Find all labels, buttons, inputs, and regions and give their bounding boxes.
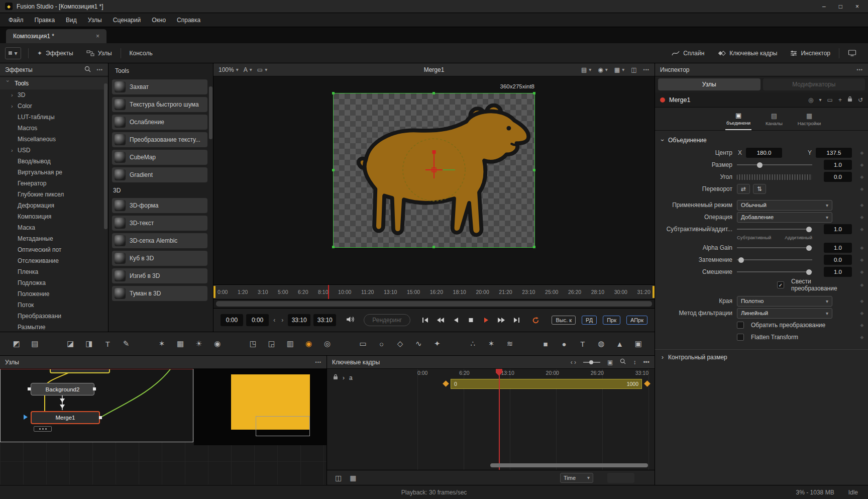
effects-category[interactable]: Ввод/вывод [0,156,108,167]
clipped-node[interactable] [50,369,110,373]
center-x-field[interactable]: 180.0 [746,148,782,158]
effects-category[interactable]: ›Color [0,101,108,112]
subtractive-field[interactable]: 1.0 [824,224,852,234]
fast-reverse-button[interactable] [435,314,447,327]
keyframe-indicator[interactable]: ◆ [856,186,868,191]
blend-slider[interactable] [737,271,812,272]
node-navigator[interactable]: Background2 Merge1 [0,369,193,442]
keyframe-indicator[interactable]: ◆ [856,269,868,274]
effects-category[interactable]: Положение [0,288,108,300]
timeline-scrollbar[interactable] [213,300,655,309]
effects-category[interactable]: ›3D [0,89,108,101]
sphere3d-icon[interactable]: ● [557,337,572,351]
background2-node[interactable]: Background2 [31,383,94,395]
keyframe-indicator[interactable]: ◆ [856,215,868,220]
size-slider[interactable] [737,164,812,165]
fit-icon[interactable]: ▣ [607,359,613,366]
menu-window[interactable]: Окно [146,13,171,27]
tool-item[interactable]: Захват [112,79,207,94]
burn-field[interactable]: 0.0 [824,255,852,265]
pin-icon[interactable]: + [838,96,842,104]
keyframes-timeline[interactable]: 0:00 6:20 13:10 20:00 26:20 33:10 › [327,369,655,470]
inspector-menu-icon[interactable]: ••• [857,67,863,72]
global-end-field[interactable]: 33:10 [313,314,336,326]
io-pipeline-icon[interactable]: ◩ [9,337,24,351]
splitter-icon[interactable]: ◫ [335,474,342,482]
selection-handle[interactable] [533,169,535,171]
keyframe-indicator[interactable]: ◆ [856,245,868,250]
close-button[interactable]: × [855,3,859,10]
selection-handle[interactable] [533,246,535,248]
operator-dropdown[interactable]: Добавление ▾ [737,212,832,223]
render-start-field[interactable]: 0:00 [246,314,269,326]
view-mode-dropdown[interactable]: ◉ ▾ [598,66,608,73]
subtractive-slider[interactable] [737,229,812,230]
selection-handle[interactable] [332,246,335,248]
blend-slider-knob[interactable] [806,269,812,275]
effects-category[interactable]: ›USD [0,145,108,156]
spreadsheet-icon[interactable]: ▦ [350,474,356,482]
transform-gizmo[interactable] [334,93,534,247]
effects-category[interactable]: Композиция [0,211,108,222]
tool-item[interactable]: Туман в 3D [112,286,207,301]
chevron-right-icon[interactable]: › [343,374,345,381]
menu-view[interactable]: Вид [60,13,82,27]
effects-category[interactable]: Глубокие пиксел [0,189,108,200]
keyframes-panel-button[interactable]: Ключевые кадры [711,43,784,63]
flatten-transform2-checkbox[interactable] [737,334,744,341]
center-y-field[interactable]: 137.5 [816,148,852,158]
alpha-gain-field[interactable]: 1.0 [824,243,852,253]
tools-scrollbar[interactable] [209,86,212,139]
effects-category[interactable]: Виртуальная ре [0,167,108,178]
keyframe-indicator[interactable]: ◆ [856,311,868,316]
effects-category[interactable]: Подложка [0,277,108,288]
spread-keys-icon[interactable]: ‹ › [571,359,576,366]
alpha-gain-slider-knob[interactable] [806,245,812,251]
effects-category[interactable]: Пленка [0,266,108,277]
effects-category[interactable]: Метаданные [0,233,108,244]
keyframe-indicator[interactable]: ◆ [856,298,868,304]
render-range-start-marker[interactable] [213,286,215,298]
tool-item[interactable]: 3D-текст [112,216,207,231]
camera3d-icon[interactable]: ▲ [612,337,627,351]
effects-category[interactable]: Отслеживание [0,255,108,266]
screen-icon[interactable]: ▭ [827,96,833,104]
subtab-settings[interactable]: ▦ Настройки [797,108,822,130]
node-graph[interactable]: Background2 Merge1 [0,369,327,485]
loop-button[interactable] [529,314,541,327]
track-row-label[interactable]: › a [333,374,353,381]
tool-item[interactable]: Gradient [112,167,207,182]
tool-item[interactable]: Куб в 3D [112,251,207,266]
effects-scrollbar[interactable] [104,83,107,229]
edges-dropdown[interactable]: Полотно ▾ [737,296,832,307]
reference-size-section[interactable]: › Контрольный размер [655,349,868,364]
zoom-slider[interactable] [583,362,600,363]
hiq-button[interactable]: Выс. к [552,316,576,325]
magnifier-icon[interactable] [620,358,626,366]
keyframes-scrollbar[interactable] [490,463,648,467]
subtab-merge[interactable]: ▣ бъединени [725,108,751,130]
nodes-panel-button[interactable]: Узлы [80,43,119,63]
tab-nodes[interactable]: Узлы [658,78,761,90]
keyframe-indicator[interactable]: ◆ [856,150,868,155]
effects-category[interactable]: Macros [0,123,108,134]
node-output-pin[interactable] [93,387,96,390]
global-start-field[interactable]: 0:00 [221,314,243,326]
alpha-gain-slider[interactable] [737,247,812,248]
step-left-button[interactable]: ‹ [272,317,277,324]
media-in-icon[interactable]: ▤ [28,337,42,351]
tab-composition1[interactable]: Композиция1 * × [6,29,106,43]
play-button[interactable] [480,314,492,327]
monitor-button[interactable] [841,43,863,63]
selection-handle[interactable] [432,246,435,248]
menu-script[interactable]: Сценарий [107,13,146,27]
keyframe-indicator[interactable]: ◆ [856,162,868,167]
minimize-button[interactable]: – [822,3,826,10]
polygon-mask-icon[interactable]: ◇ [393,337,407,351]
frame-number-field[interactable] [607,473,634,483]
effects-category[interactable]: Маска [0,222,108,233]
timeline-scrollbar-thumb[interactable] [216,301,652,307]
node-expander[interactable] [34,426,52,432]
fast-forward-button[interactable] [495,314,507,327]
inspector-panel-button[interactable]: Инспектор [784,43,837,63]
